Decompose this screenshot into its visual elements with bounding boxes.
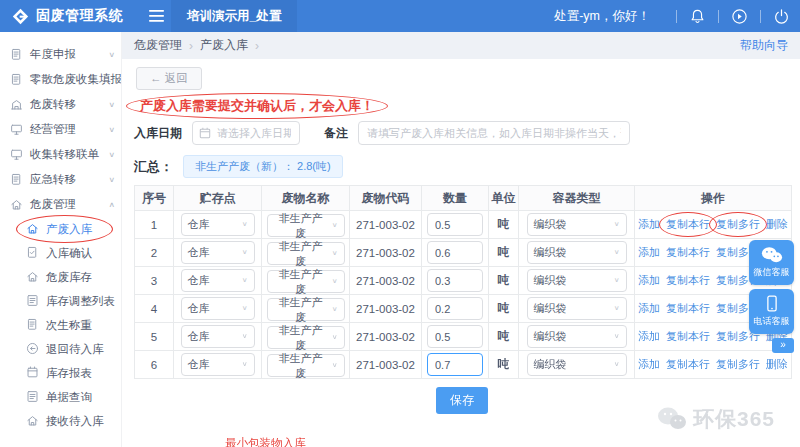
quantity-input[interactable] [427,269,483,292]
row-number: 1 [135,211,174,239]
op-添加[interactable]: 添加 [638,273,660,288]
op-复制本行[interactable]: 复制本行 [666,245,710,260]
sidebar-item-10[interactable]: 库存调整列表 [0,289,121,313]
unit-label: 吨 [489,323,519,351]
container-type-select[interactable]: 编织袋∨ [527,241,627,264]
container-type-select[interactable]: 编织袋∨ [527,269,627,292]
container-type-select[interactable]: 编织袋∨ [527,353,627,376]
sidebar-item-7[interactable]: 产废入库 [0,217,121,241]
op-复制多行[interactable]: 复制多行 [716,357,760,372]
help-guide-link[interactable]: 帮助向导 [740,37,788,54]
sidebar-item-label: 应急转移 [30,172,76,187]
chevron-up-icon: ∧ [108,201,115,209]
unit-label: 吨 [489,211,519,239]
op-删除[interactable]: 删除 [766,217,788,232]
row-number: 2 [135,239,174,267]
storage-select[interactable]: 仓库∨ [181,353,255,376]
guide-play-icon[interactable] [731,8,748,25]
op-添加[interactable]: 添加 [638,245,660,260]
sidebar-item-4[interactable]: 收集转移联单∨ [0,142,121,167]
op-复制本行[interactable]: 复制本行 [666,301,710,316]
sidebar-item-11[interactable]: 次生称重 [0,313,121,337]
sidebar-item-2[interactable]: 危废转移∨ [0,92,121,117]
op-添加[interactable]: 添加 [638,357,660,372]
waste-name-select[interactable]: 非生产产废∨ [267,354,345,377]
sidebar-item-label: 接收待入库 [46,414,104,429]
breadcrumb-item[interactable]: 危废管理 [134,37,182,54]
storage-select[interactable]: 仓库∨ [181,325,255,348]
widget-collapse-button[interactable]: » [772,338,794,353]
sidebar-item-8[interactable]: 入库确认 [0,241,121,265]
house-icon [26,414,40,428]
sidebar-item-5[interactable]: 应急转移∨ [0,167,121,192]
container-type-select[interactable]: 编织袋∨ [527,213,627,236]
sidebar-item-15[interactable]: 接收待入库 [0,409,121,433]
breadcrumb-item[interactable]: 产废入库 [200,37,248,54]
unit-label: 吨 [489,295,519,323]
op-添加[interactable]: 添加 [638,217,660,232]
phone-service-button[interactable]: 电话客服 [749,289,794,334]
active-workspace-tab[interactable]: 培训演示用_处置 [171,0,297,32]
op-添加[interactable]: 添加 [638,329,660,344]
note-input[interactable] [358,121,630,145]
unit-label: 吨 [489,267,519,295]
sidebar-item-14[interactable]: 单据查询 [0,385,121,409]
factory-icon [10,98,24,112]
min-package-note: 最小包装物入库 [225,436,800,447]
storage-select[interactable]: 仓库∨ [181,213,255,236]
sidebar-item-9[interactable]: 危废库存 [0,265,121,289]
quantity-input[interactable] [427,297,483,320]
row-number: 4 [135,295,174,323]
sidebar-item-13[interactable]: 库存报表 [0,361,121,385]
sidebar-item-3[interactable]: 经营管理∨ [0,117,121,142]
op-复制本行[interactable]: 复制本行 [666,217,710,232]
op-复制本行[interactable]: 复制本行 [666,329,710,344]
save-button[interactable]: 保存 [436,387,488,414]
row-number: 5 [135,323,174,351]
chevron-down-icon: ∨ [242,277,248,284]
monitor-icon [10,123,24,137]
sidebar-item-12[interactable]: 退回待入库 [0,337,121,361]
row-number: 3 [135,267,174,295]
waste-code: 271-003-02 [350,239,422,267]
menu-toggle-icon[interactable] [141,0,171,32]
notifications-bell-icon[interactable] [689,8,706,25]
quantity-input[interactable] [427,325,483,348]
sidebar-item-0[interactable]: 年度申报∨ [0,42,121,67]
sidebar-item-6[interactable]: 危废管理∧ [0,192,121,217]
quantity-input[interactable] [427,353,483,376]
list-icon [26,390,40,404]
chevron-down-icon: ∨ [242,221,248,228]
chevron-down-icon: ∨ [332,334,338,341]
chevron-down-icon: ∨ [242,305,248,312]
op-复制本行[interactable]: 复制本行 [666,357,710,372]
back-button[interactable]: ← 返回 [136,67,202,90]
wechat-service-button[interactable]: 微信客服 [749,240,794,285]
table-row: 1仓库∨非生产产废∨271-003-02吨编织袋∨添加复制本行复制多行删除 [135,211,792,239]
container-type-select[interactable]: 编织袋∨ [527,297,627,320]
chevron-down-icon: ∨ [614,249,620,256]
sidebar-item-1[interactable]: 零散危废收集填报∨ [0,67,121,92]
storage-select[interactable]: 仓库∨ [181,297,255,320]
waste-name-select[interactable]: 非生产产废∨ [267,242,345,265]
waste-name-select[interactable]: 非生产产废∨ [267,326,345,349]
op-复制多行[interactable]: 复制多行 [716,217,760,232]
sidebar-item-label: 库存报表 [46,366,92,381]
op-删除[interactable]: 删除 [766,357,788,372]
quantity-input[interactable] [427,213,483,236]
storage-select[interactable]: 仓库∨ [181,241,255,264]
logout-power-icon[interactable] [773,8,790,25]
return-icon [26,342,40,356]
inbound-table: 序号贮存点废物名称废物代码数量单位容器类型操作 1仓库∨非生产产废∨271-00… [134,185,792,379]
waste-name-select[interactable]: 非生产产废∨ [267,214,345,237]
op-添加[interactable]: 添加 [638,301,660,316]
storage-select[interactable]: 仓库∨ [181,269,255,292]
quantity-input[interactable] [427,241,483,264]
chevron-down-icon: ∨ [332,250,338,257]
calendar-icon [26,366,40,380]
waste-name-select[interactable]: 非生产产废∨ [267,298,345,321]
op-复制本行[interactable]: 复制本行 [666,273,710,288]
chevron-down-icon: ∨ [332,362,338,369]
container-type-select[interactable]: 编织袋∨ [527,325,627,348]
waste-name-select[interactable]: 非生产产废∨ [267,270,345,293]
